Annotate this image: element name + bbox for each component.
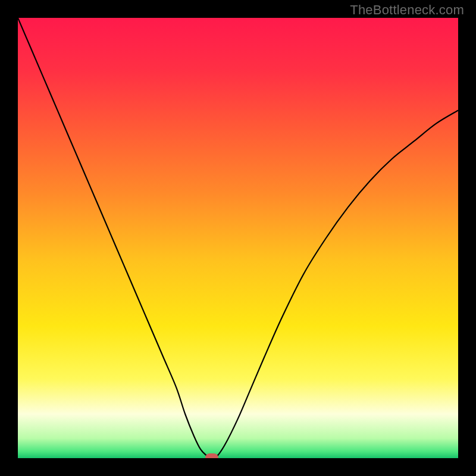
- bottleneck-curve: [18, 18, 458, 458]
- plot-area: [18, 18, 458, 458]
- watermark-text: TheBottleneck.com: [350, 2, 464, 18]
- chart-frame: TheBottleneck.com: [0, 0, 476, 476]
- optimum-marker: [205, 453, 218, 458]
